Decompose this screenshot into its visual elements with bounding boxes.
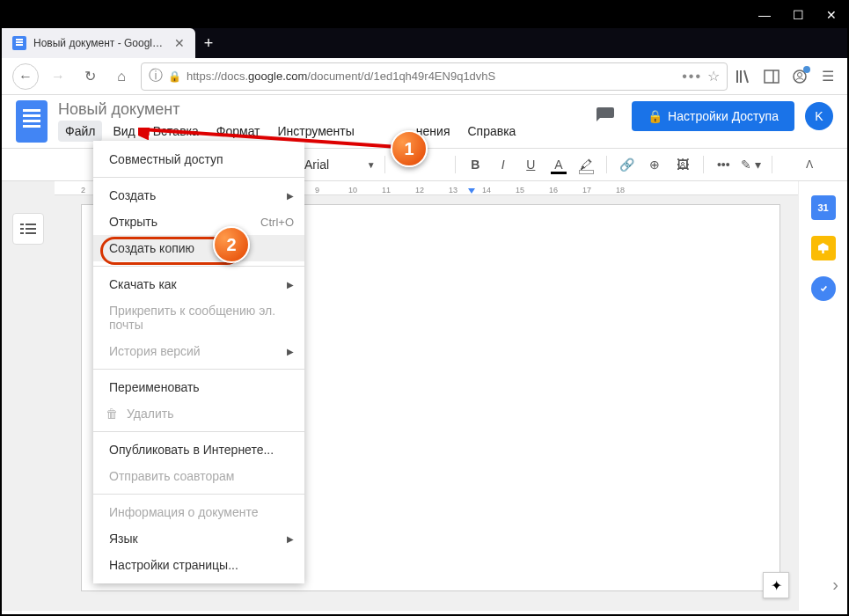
file-menu-item[interactable]: Создать▶ (93, 182, 304, 209)
new-tab-button[interactable]: + (195, 28, 222, 58)
outline-button[interactable] (12, 213, 44, 245)
annotation-arrow (138, 128, 402, 154)
maximize-icon[interactable]: ☐ (793, 8, 804, 22)
annotation-step-1: 1 (391, 130, 428, 167)
lock-icon: 🔒 (648, 109, 662, 123)
editing-mode-button[interactable]: ✎ ▾ (740, 153, 763, 176)
separator (606, 156, 607, 173)
calendar-icon[interactable]: 31 (811, 195, 836, 220)
comment-button[interactable]: ⊕ (644, 153, 667, 176)
info-icon[interactable]: ⓘ (149, 67, 163, 85)
account-icon[interactable] (791, 68, 809, 85)
minimize-icon[interactable]: — (758, 8, 771, 22)
file-menu-item[interactable]: Язык▶ (93, 525, 304, 552)
comments-icon[interactable] (589, 100, 621, 132)
separator (384, 156, 385, 173)
highlight-button[interactable]: 🖍 (575, 153, 598, 176)
tab-title: Новый документ - Google Док (33, 37, 167, 49)
side-panel: 31 (798, 181, 847, 611)
file-menu-item: 🗑Удалить (93, 400, 304, 427)
file-menu-item[interactable]: Опубликовать в Интернете... (93, 436, 304, 463)
separator (703, 156, 704, 173)
page-actions-icon[interactable]: ••• (682, 69, 702, 84)
more-button[interactable]: ••• (713, 153, 736, 176)
file-menu-item[interactable]: Скачать как▶ (93, 271, 304, 297)
file-menu-item[interactable]: Настройки страницы... (93, 552, 304, 578)
explore-button[interactable]: ✦ (763, 572, 789, 598)
share-button[interactable]: 🔒 Настройки Доступа (632, 101, 794, 131)
file-menu-item[interactable]: ОткрытьCtrl+O (93, 209, 304, 235)
file-menu-dropdown: Совместный доступСоздать▶ОткрытьCtrl+OСо… (93, 141, 304, 583)
file-menu-item: Прикрепить к сообщению эл. почты (93, 297, 304, 338)
file-menu-item: Отправить соавторам (93, 463, 304, 489)
docs-logo-icon[interactable] (16, 100, 48, 143)
docs-favicon-icon (12, 36, 26, 50)
browser-tab[interactable]: Новый документ - Google Док ✕ (2, 28, 195, 58)
avatar[interactable]: K (805, 102, 833, 130)
ruler-guide-icon[interactable] (468, 188, 475, 194)
file-menu-item: История версий▶ (93, 338, 304, 364)
underline-button[interactable]: U (520, 153, 543, 176)
lock-icon[interactable]: 🔒 (168, 70, 181, 83)
italic-button[interactable]: I (492, 153, 515, 176)
annotation-step-2: 2 (213, 226, 250, 263)
browser-urlbar: ← → ↻ ⌂ ⓘ 🔒 https://docs.google.com/docu… (2, 58, 847, 95)
library-icon[interactable] (735, 68, 752, 85)
svg-rect-0 (765, 70, 779, 83)
document-title[interactable]: Новый документ (58, 100, 579, 119)
browser-tabbar: Новый документ - Google Док ✕ + (2, 28, 847, 58)
separator (772, 156, 772, 173)
menu-file[interactable]: Файл (58, 121, 102, 142)
chevron-down-icon[interactable]: ▼ (367, 160, 376, 170)
file-menu-item[interactable]: Переименовать (93, 374, 304, 400)
font-select[interactable]: Arial (301, 156, 362, 173)
side-panel-toggle-icon[interactable]: › (832, 575, 838, 595)
star-icon[interactable]: ☆ (707, 68, 720, 84)
menu-help[interactable]: Справка (460, 121, 523, 142)
menu-view[interactable]: Вид (106, 121, 142, 142)
image-button[interactable]: 🖼 (671, 153, 694, 176)
separator (455, 156, 456, 173)
forward-button: → (46, 64, 70, 89)
sidebar-icon[interactable] (763, 68, 780, 85)
reload-button[interactable]: ↻ (77, 64, 102, 89)
link-button[interactable]: 🔗 (616, 153, 639, 176)
home-button[interactable]: ⌂ (109, 64, 134, 89)
svg-line-5 (143, 129, 398, 147)
window-titlebar: — ☐ ✕ (2, 2, 847, 28)
collapse-toolbar-icon[interactable]: ᐱ (799, 153, 822, 176)
bold-button[interactable]: B (465, 153, 487, 176)
address-bar[interactable]: ⓘ 🔒 https://docs.google.com/document/d/1… (141, 62, 728, 91)
left-gutter (2, 181, 55, 611)
tasks-icon[interactable] (811, 276, 836, 301)
menu-icon[interactable]: ☰ (819, 68, 837, 85)
back-button[interactable]: ← (12, 63, 39, 90)
file-menu-item: Информация о документе (93, 499, 304, 525)
tab-close-icon[interactable]: ✕ (174, 36, 185, 50)
close-icon[interactable]: ✕ (826, 8, 837, 22)
svg-point-3 (798, 72, 802, 77)
url-text: https://docs.google.com/document/d/1ed1q… (187, 70, 677, 83)
text-color-button[interactable]: A (547, 153, 570, 176)
keep-icon[interactable] (811, 236, 836, 260)
